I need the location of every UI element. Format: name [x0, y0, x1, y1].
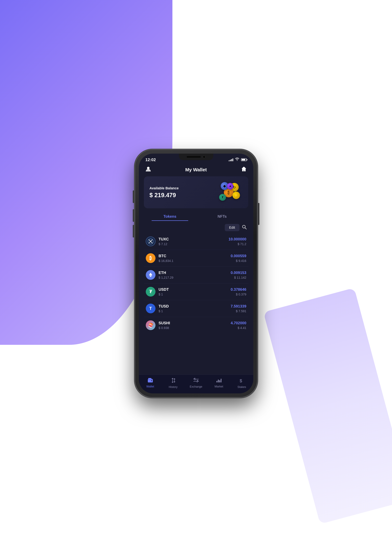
page-title: My Wallet [185, 167, 207, 172]
token-balance-tuxc: 10.000000 $ 71.2 [228, 237, 246, 246]
token-balance-sushi: 4.702000 $ 4.41 [231, 321, 246, 330]
wifi-icon [235, 158, 239, 162]
token-value-btc: $ 9.416 [231, 259, 246, 263]
svg-marker-6 [149, 273, 152, 275]
token-price-usdt: $ 1 [159, 293, 231, 296]
svg-rect-18 [219, 380, 220, 383]
svg-point-11 [151, 380, 152, 381]
stakes-icon: $ [240, 378, 244, 384]
token-logo-eth [146, 270, 156, 280]
phone-notch [179, 154, 213, 160]
search-button[interactable] [242, 225, 247, 231]
balance-card: Available Balance $ 219.479 ↻ ₿ ◆ ⚡ ₮ ★ [144, 176, 248, 208]
background-blob-right [263, 288, 392, 524]
token-price-tusd: $ 1 [159, 309, 231, 313]
token-logo-sushi: 🍣 [146, 320, 156, 330]
token-amount-btc: 0.000559 [231, 254, 246, 258]
notch-camera [203, 156, 206, 158]
wallet-icon [148, 378, 153, 384]
bottom-nav: Wallet History [139, 375, 253, 393]
battery-icon [241, 158, 247, 161]
token-value-usdt: $ 0.379 [231, 293, 246, 296]
svg-point-0 [147, 167, 150, 169]
edit-button[interactable]: Edit [225, 224, 240, 231]
token-logo-tuxc [146, 237, 156, 246]
token-name-sushi: SUSHI [159, 321, 231, 325]
token-amount-usdt: 0.378646 [231, 287, 246, 292]
nav-label-exchange: Exchange [190, 385, 202, 388]
token-name-usdt: USDT [159, 287, 231, 292]
token-balance-tusd: 7.591339 $ 7.591 [231, 304, 246, 313]
history-icon [171, 378, 176, 384]
token-price-tuxc: $ 7.12 [159, 242, 229, 246]
token-item-eth[interactable]: ETH $ 1,217.29 0.009153 $ 11.142 [144, 267, 248, 283]
token-name-btc: BTC [159, 254, 231, 258]
token-amount-tusd: 7.591339 [231, 304, 246, 308]
balance-label: Available Balance [150, 186, 179, 190]
token-item-usdt[interactable]: ₮ USDT $ 1 0.378646 $ 0.379 [144, 283, 248, 300]
token-balance-usdt: 0.378646 $ 0.379 [231, 287, 246, 296]
nav-label-history: History [169, 385, 178, 389]
exchange-icon [193, 378, 199, 384]
token-logo-tusd: T [146, 304, 156, 313]
signal-icon [229, 158, 233, 161]
balance-text-section: Available Balance $ 219.479 [150, 186, 179, 198]
token-item-tusd[interactable]: T TUSD $ 1 7.591339 $ 7.591 [144, 300, 248, 317]
token-logo-usdt: ₮ [146, 287, 156, 297]
home-button[interactable] [241, 166, 247, 173]
token-name-tusd: TUSD [159, 304, 231, 308]
svg-line-2 [245, 228, 246, 229]
status-time: 12:02 [145, 157, 156, 162]
token-price-eth: $ 1,217.29 [159, 276, 231, 280]
token-balance-eth: 0.009153 $ 11.142 [231, 271, 246, 280]
svg-rect-16 [216, 381, 217, 383]
svg-rect-9 [148, 379, 153, 380]
nav-item-market[interactable]: Market [207, 378, 230, 389]
token-name-tuxc: TUXC [159, 237, 229, 241]
svg-rect-19 [221, 379, 221, 383]
token-amount-sushi: 4.702000 [231, 321, 246, 325]
header: My Wallet [139, 164, 253, 176]
nav-label-wallet: Wallet [146, 385, 154, 388]
token-info-eth: ETH $ 1,217.29 [159, 271, 231, 280]
token-info-tuxc: TUXC $ 7.12 [159, 237, 229, 246]
svg-rect-17 [218, 380, 219, 383]
list-controls: Edit [139, 223, 253, 233]
token-balance-btc: 0.000559 $ 9.416 [231, 254, 246, 263]
token-amount-eth: 0.009153 [231, 271, 246, 275]
tab-nfts[interactable]: NFTs [196, 212, 248, 221]
token-info-usdt: USDT $ 1 [159, 287, 231, 296]
token-name-eth: ETH [159, 271, 231, 275]
market-icon [216, 378, 221, 384]
svg-text:$: $ [240, 378, 242, 383]
nav-label-market: Market [214, 385, 223, 388]
tab-tokens[interactable]: Tokens [144, 212, 196, 221]
nav-item-exchange[interactable]: Exchange [185, 378, 207, 389]
token-item-sushi[interactable]: 🍣 SUSHI $ 0.938 4.702000 $ 4.41 [144, 317, 248, 334]
nav-item-history[interactable]: History [162, 378, 185, 389]
token-price-btc: $ 16,834.1 [159, 259, 231, 263]
balance-amount: $ 219.479 [150, 192, 179, 198]
coins-cluster: ↻ ₿ ◆ ⚡ ₮ ★ [218, 181, 243, 203]
tabs-container: Tokens NFTs [144, 212, 248, 221]
nav-item-stakes[interactable]: $ Stakes [230, 378, 253, 389]
token-value-eth: $ 11.142 [231, 276, 246, 280]
token-value-tusd: $ 7.591 [231, 309, 246, 313]
svg-rect-10 [148, 378, 151, 379]
phone-mockup: 12:02 [135, 150, 257, 397]
status-icons [229, 158, 247, 162]
token-list: TUXC $ 7.12 10.000000 $ 71.2 ₿ BTC $ 16,… [139, 233, 253, 375]
token-info-btc: BTC $ 16,834.1 [159, 254, 231, 263]
profile-button[interactable] [145, 166, 151, 173]
token-item-tuxc[interactable]: TUXC $ 7.12 10.000000 $ 71.2 [144, 233, 248, 250]
token-info-tusd: TUSD $ 1 [159, 304, 231, 313]
nav-item-wallet[interactable]: Wallet [139, 378, 162, 389]
token-logo-btc: ₿ [146, 253, 156, 263]
token-value-tuxc: $ 71.2 [228, 242, 246, 246]
token-value-sushi: $ 4.41 [231, 326, 246, 330]
token-info-sushi: SUSHI $ 0.938 [159, 321, 231, 330]
phone-screen: 12:02 [139, 154, 253, 393]
token-item-btc[interactable]: ₿ BTC $ 16,834.1 0.000559 $ 9.416 [144, 250, 248, 267]
nav-label-stakes: Stakes [237, 385, 246, 389]
token-price-sushi: $ 0.938 [159, 326, 231, 330]
